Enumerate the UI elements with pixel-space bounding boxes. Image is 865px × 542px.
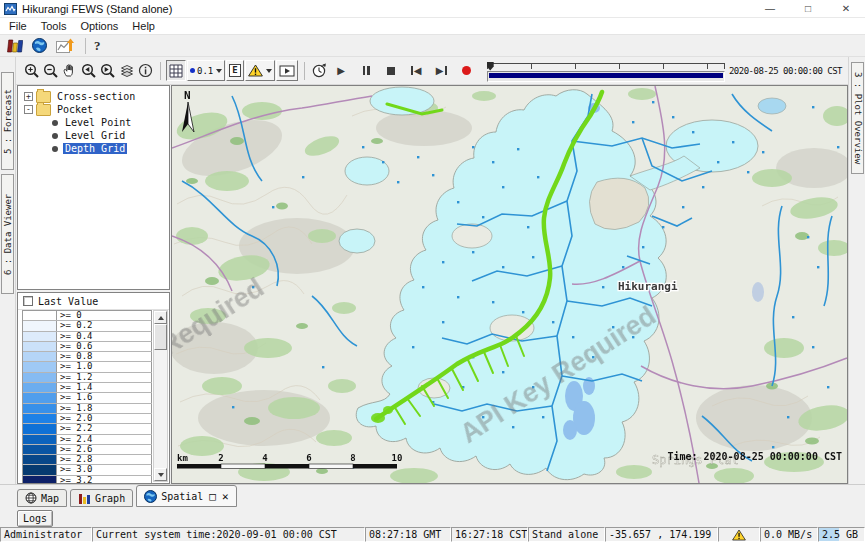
info-icon[interactable]: [136, 61, 155, 81]
tab-plot-overview[interactable]: 3 : Plot Overview: [851, 62, 864, 174]
right-tab-strip: 3 : Plot Overview: [848, 57, 865, 484]
skip-to-start-button[interactable]: ◀: [407, 61, 426, 81]
scroll-up-button[interactable]: [154, 311, 167, 324]
toolbar-separator: [160, 62, 161, 80]
layer-tree: + Cross-section - Pocket Level Point: [17, 85, 170, 290]
legend-color-swatch: [23, 435, 57, 444]
legend-panel: Last Value >= 0 >= 0.2 >= 0.4 >= 0.6 >= …: [17, 292, 170, 484]
globe-explorer-icon[interactable]: [32, 38, 47, 53]
legend-color-swatch: [23, 404, 57, 413]
status-coordinates: -35.657 , 174.199: [605, 527, 718, 542]
toolbar-separator: [85, 38, 86, 54]
dot-icon: [190, 68, 195, 73]
legend-row[interactable]: >= 3.2: [23, 476, 152, 483]
record-button[interactable]: [457, 61, 476, 81]
timeline-slider[interactable]: [487, 60, 725, 82]
timeline-thumb[interactable]: [487, 62, 494, 71]
menu-file[interactable]: File: [2, 20, 34, 32]
tab-map[interactable]: Map: [17, 489, 67, 507]
legend-scrollbar[interactable]: [153, 310, 168, 482]
tree-item-level-grid[interactable]: Level Grid: [18, 129, 169, 142]
folder-icon: [36, 104, 51, 116]
main-toolbar: ?: [0, 35, 865, 57]
scroll-thumb[interactable]: [154, 324, 167, 350]
animation-export-button[interactable]: [276, 60, 298, 81]
tab-data-viewer[interactable]: 6 : Data Viewer: [1, 174, 14, 294]
legend-color-swatch: [23, 465, 57, 474]
stop-button[interactable]: [382, 61, 401, 81]
tab-close-button[interactable]: ✕: [222, 491, 229, 502]
zoom-previous-icon[interactable]: [79, 61, 98, 81]
bullet-icon: [52, 133, 58, 139]
grid-display-button[interactable]: [166, 60, 186, 81]
legend-e-icon: E: [229, 64, 240, 77]
status-warning-section: [718, 527, 760, 542]
map-canvas[interactable]: API Key Required API Key Required Hikura…: [171, 85, 848, 484]
legend-color-swatch: [23, 362, 57, 371]
tab-maximize-button[interactable]: □: [209, 491, 216, 502]
status-user: Administrator: [0, 527, 92, 542]
expander-minus-icon[interactable]: -: [24, 105, 33, 114]
main-region: 5 : Forecast 6 : Data Viewer: [0, 57, 865, 484]
menu-options[interactable]: Options: [73, 20, 125, 32]
blue-globe-icon: [144, 490, 157, 503]
left-panel: + Cross-section - Pocket Level Point: [16, 85, 171, 484]
menu-bar: File Tools Options Help: [0, 18, 865, 35]
status-memory-gauge: 2.5 GB: [818, 527, 865, 542]
legend-color-swatch: [23, 414, 57, 423]
menu-help[interactable]: Help: [125, 20, 162, 32]
close-button[interactable]: ✕: [827, 0, 865, 17]
legend-button[interactable]: E: [226, 60, 243, 81]
play-button[interactable]: ▶: [332, 61, 351, 81]
left-tab-strip: 5 : Forecast 6 : Data Viewer: [0, 57, 16, 484]
content-region: 0.1 E ▶: [16, 57, 848, 484]
app-window: Hikurangi FEWS (Stand alone) — □ ✕ File …: [0, 0, 865, 542]
tree-item-depth-grid[interactable]: Depth Grid: [18, 142, 169, 155]
zoom-next-icon[interactable]: [98, 61, 117, 81]
scale-threshold-dropdown[interactable]: 0.1: [187, 60, 225, 81]
warnings-dropdown[interactable]: [245, 60, 275, 81]
legend-header: Last Value: [18, 293, 169, 310]
scroll-down-button[interactable]: [154, 468, 167, 481]
help-button[interactable]: ?: [94, 38, 101, 54]
tab-spatial[interactable]: Spatial □ ✕: [136, 485, 236, 507]
minimize-button[interactable]: —: [751, 0, 789, 17]
window-title: Hikurangi FEWS (Stand alone): [22, 3, 172, 15]
timeline-ruler[interactable]: [487, 63, 725, 71]
bullet-icon: [52, 120, 58, 126]
svg-text:2: 2: [218, 453, 223, 463]
database-books-icon[interactable]: [6, 38, 23, 53]
layers-icon[interactable]: [117, 61, 136, 81]
logs-button[interactable]: Logs: [17, 510, 53, 527]
logs-row: Logs: [0, 509, 865, 527]
chevron-down-icon: [266, 69, 272, 73]
bottom-tab-bar: Map Graph Spatial □ ✕: [0, 484, 865, 509]
playback-controls: ▶ ◀ ▶: [329, 61, 479, 81]
app-logo-icon: [4, 3, 17, 15]
legend-color-swatch: [23, 424, 57, 433]
bullet-icon: [52, 146, 58, 152]
status-system-time: Current system time:2020-09-01 00:00 CST: [92, 527, 365, 542]
pause-button[interactable]: [357, 61, 376, 81]
tab-graph[interactable]: Graph: [70, 489, 133, 507]
status-network-rate: 0.0 MB/s: [760, 527, 818, 542]
title-bar: Hikurangi FEWS (Stand alone) — □ ✕: [0, 0, 865, 18]
menu-tools[interactable]: Tools: [34, 20, 74, 32]
legend-color-swatch: [23, 352, 57, 361]
zoom-in-icon[interactable]: [22, 61, 41, 81]
tree-item-level-point[interactable]: Level Point: [18, 116, 169, 129]
timeline-track[interactable]: [487, 71, 725, 82]
zoom-out-icon[interactable]: [41, 61, 60, 81]
expander-plus-icon[interactable]: +: [24, 92, 33, 101]
scale-value: 0.1: [197, 66, 213, 76]
tree-item-pocket[interactable]: - Pocket: [18, 103, 169, 116]
skip-to-end-button[interactable]: ▶: [432, 61, 451, 81]
animation-timer-icon[interactable]: [310, 61, 329, 81]
legend-color-swatch: [23, 373, 57, 382]
timeseries-chart-icon[interactable]: [56, 38, 74, 54]
pan-hand-icon[interactable]: [60, 61, 79, 81]
maximize-button[interactable]: □: [789, 0, 827, 17]
last-value-checkbox[interactable]: [23, 296, 33, 306]
timeline-progress-bar: [489, 73, 723, 78]
tab-forecast[interactable]: 5 : Forecast: [1, 72, 14, 170]
